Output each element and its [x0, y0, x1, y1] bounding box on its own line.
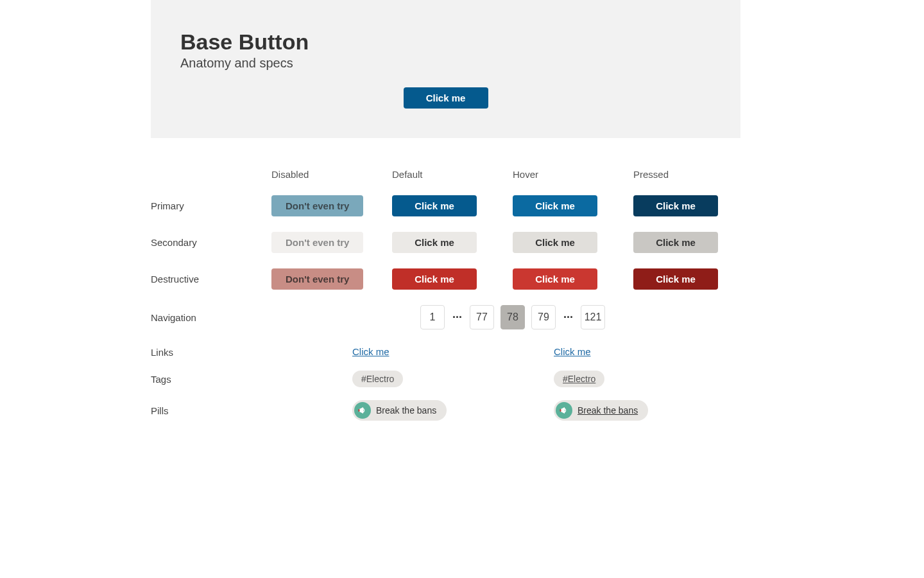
pill-label: Break the bans — [578, 405, 638, 416]
primary-disabled-button: Don't even try — [271, 195, 363, 216]
row-header-primary: Primary — [151, 200, 271, 211]
hero-panel: Base Button Anatomy and specs Click me — [151, 0, 740, 138]
row-header-secondary: Secondary — [151, 237, 271, 248]
destructive-disabled-button: Don't even try — [271, 268, 363, 290]
destructive-default-button[interactable]: Click me — [392, 268, 477, 290]
page-next[interactable]: 79 — [531, 305, 556, 329]
primary-hover-button[interactable]: Click me — [513, 195, 597, 216]
row-header-tags: Tags — [151, 374, 352, 385]
row-header-navigation: Navigation — [151, 312, 271, 323]
svg-rect-1 — [560, 409, 561, 412]
page-title: Base Button — [180, 30, 711, 55]
megaphone-icon — [556, 402, 572, 419]
secondary-hover-button[interactable]: Click me — [513, 232, 597, 253]
col-header-default: Default — [392, 169, 513, 180]
row-header-links: Links — [151, 347, 352, 358]
tag-default[interactable]: #Electro — [352, 371, 403, 387]
page-first[interactable]: 1 — [420, 305, 445, 329]
destructive-pressed-button[interactable]: Click me — [633, 268, 718, 290]
pill-label: Break the bans — [376, 405, 436, 416]
col-header-disabled: Disabled — [271, 169, 392, 180]
primary-pressed-button[interactable]: Click me — [633, 195, 718, 216]
page-ellipsis-left: ··· — [451, 311, 463, 324]
row-header-pills: Pills — [151, 405, 352, 416]
pagination: 1 ··· 77 78 79 ··· 121 — [271, 305, 754, 329]
pill-hover[interactable]: Break the bans — [554, 400, 648, 421]
page-current[interactable]: 78 — [501, 305, 525, 329]
secondary-disabled-button: Don't even try — [271, 232, 363, 253]
link-default[interactable]: Click me — [352, 346, 389, 357]
row-header-destructive: Destructive — [151, 274, 271, 285]
destructive-hover-button[interactable]: Click me — [513, 268, 597, 290]
page-ellipsis-right: ··· — [562, 311, 574, 324]
page-last[interactable]: 121 — [581, 305, 605, 329]
hero-cta-button[interactable]: Click me — [404, 87, 488, 109]
svg-rect-0 — [359, 409, 360, 412]
link-hover[interactable]: Click me — [554, 346, 591, 357]
page-prev[interactable]: 77 — [470, 305, 494, 329]
secondary-default-button[interactable]: Click me — [392, 232, 477, 253]
secondary-pressed-button[interactable]: Click me — [633, 232, 718, 253]
page-subtitle: Anatomy and specs — [180, 56, 711, 71]
pill-default[interactable]: Break the bans — [352, 400, 447, 421]
primary-default-button[interactable]: Click me — [392, 195, 477, 216]
col-header-hover: Hover — [513, 169, 633, 180]
megaphone-icon — [354, 402, 371, 419]
col-header-pressed: Pressed — [633, 169, 754, 180]
tag-hover[interactable]: #Electro — [554, 371, 604, 387]
